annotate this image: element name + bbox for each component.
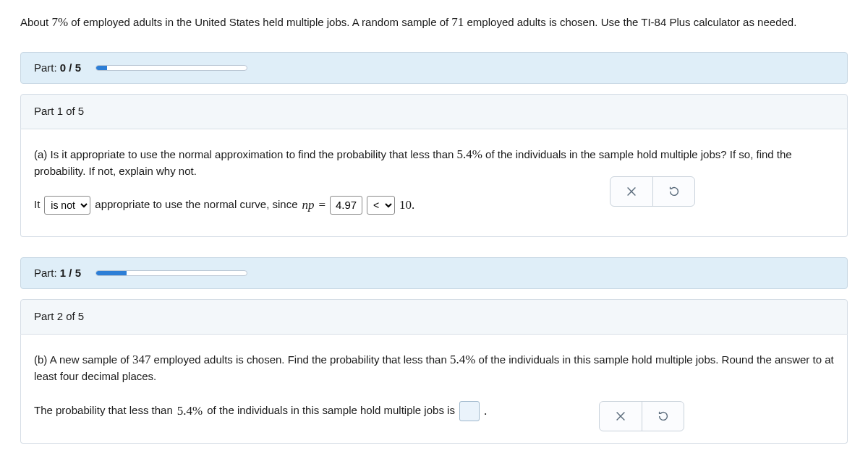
dropdown-compare[interactable]: < (367, 196, 395, 215)
problem-intro: About 7% of employed adults in the Unite… (20, 13, 848, 32)
reset-button[interactable] (652, 177, 694, 206)
part1-answer-line: It is not appropriate to use the normal … (34, 196, 834, 215)
dropdown-isisnot[interactable]: is not (44, 196, 90, 215)
part1-question: (a) Is it appropriate to use the normal … (34, 145, 834, 180)
part2-answer-line: The probability that less than 5.4% of t… (34, 401, 834, 421)
text-it: It (34, 197, 40, 213)
intro-mid: of employed adults in the United States … (68, 16, 451, 28)
part1-body: (a) Is it appropriate to use the normal … (20, 129, 848, 237)
part1-heading: Part 1 of 5 (20, 94, 848, 129)
progress-bar-0 (95, 65, 247, 71)
intro-prefix: About (20, 16, 51, 28)
period: . (484, 402, 487, 421)
progress-badge-1: Part: 1 / 5 (20, 257, 848, 290)
ans2-pct: 5.4% (177, 402, 203, 421)
button-group-2 (599, 401, 684, 431)
part2-question: (b) A new sample of 347 employed adults … (34, 350, 834, 385)
reset-button[interactable] (642, 402, 684, 431)
clear-button[interactable] (600, 402, 642, 431)
var-np: np (302, 196, 315, 215)
progress-bar-1 (95, 270, 247, 276)
text-ten: 10. (399, 196, 414, 215)
part2-heading: Part 2 of 5 (20, 299, 848, 335)
close-icon (625, 185, 638, 198)
intro-percent: 7% (51, 15, 68, 29)
close-icon (614, 410, 627, 423)
eq-sign: = (319, 196, 326, 215)
intro-n: 71 (451, 15, 464, 29)
progress-label-1: Part: 1 / 5 (34, 265, 81, 282)
progress-fill-0 (96, 66, 107, 70)
clear-button[interactable] (610, 177, 652, 206)
ans2-suffix: of the individuals in this sample hold m… (207, 402, 455, 419)
input-np[interactable] (330, 196, 362, 215)
ans2-prefix: The probability that less than (34, 402, 173, 419)
progress-badge-0: Part: 0 / 5 (20, 52, 848, 85)
undo-icon (657, 410, 670, 423)
progress-label-0: Part: 0 / 5 (34, 60, 81, 77)
button-group-1 (610, 176, 695, 207)
progress-fill-1 (96, 271, 127, 275)
intro-suffix: employed adults is chosen. Use the TI-84… (464, 16, 796, 28)
text-appropriate: appropriate to use the normal curve, sin… (95, 197, 297, 213)
undo-icon (668, 185, 681, 198)
input-probability[interactable] (459, 401, 480, 421)
part2-body: (b) A new sample of 347 employed adults … (20, 335, 848, 444)
